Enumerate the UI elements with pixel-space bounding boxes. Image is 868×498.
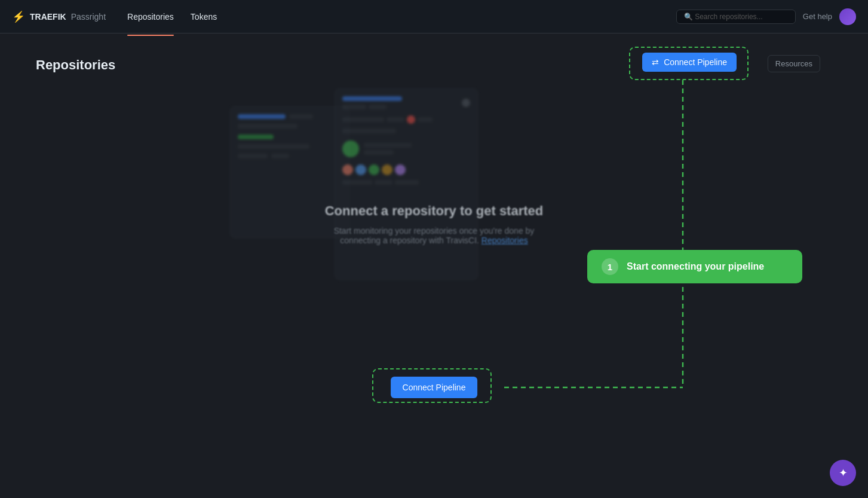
navbar: ⚡ TRAEFIK Passright Repositories Tokens … [0, 0, 868, 33]
navbar-right: 🔍 Search repositories... Get help [676, 8, 856, 25]
chat-bubble-button[interactable]: ✦ [830, 460, 856, 486]
user-avatar[interactable] [839, 8, 856, 25]
brand-name: TRAEFIK [30, 12, 66, 22]
mock-panel-right [335, 88, 478, 280]
main-nav: Repositories Tokens [120, 8, 224, 25]
nav-item-tokens[interactable]: Tokens [183, 8, 224, 25]
connect-pipeline-center-button[interactable]: Connect Pipeline [391, 377, 478, 398]
mock-panel-left [230, 106, 349, 238]
chat-icon: ✦ [839, 466, 848, 479]
brand-sub: Passright [71, 12, 106, 22]
nav-item-repositories[interactable]: Repositories [120, 8, 181, 25]
connect-pipeline-top-button[interactable]: ⇄ Connect Pipeline [642, 53, 737, 72]
nav-active-indicator [127, 35, 174, 36]
brand: ⚡ TRAEFIK Passright [12, 10, 106, 23]
callout-text: Start connecting your pipeline [627, 261, 764, 272]
pipeline-icon: ⇄ [652, 57, 659, 67]
search-box: 🔍 Search repositories... [676, 10, 796, 24]
help-link[interactable]: Get help [803, 12, 832, 21]
logo-icon: ⚡ [12, 10, 25, 23]
callout-step-number: 1 [602, 258, 618, 275]
callout-tooltip: 1 Start connecting your pipeline [587, 250, 802, 283]
resources-button[interactable]: Resources [768, 55, 820, 72]
